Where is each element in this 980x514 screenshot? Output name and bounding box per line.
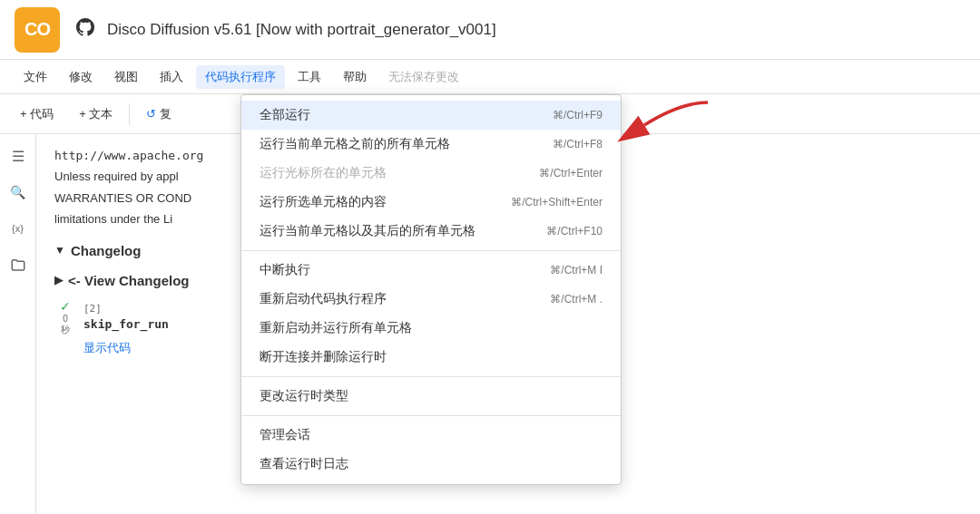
cell-number: [2] skip_for_run 显示代码 xyxy=(83,299,169,356)
dropdown-item[interactable]: 管理会话 xyxy=(241,421,621,450)
cell-time: 0 xyxy=(63,314,68,324)
dropdown-item-shortcut: ⌘/Ctrl+Enter xyxy=(539,167,603,179)
add-text-button[interactable]: + 文本 xyxy=(70,102,122,127)
red-arrow xyxy=(617,98,717,143)
dropdown-item-label: 重新启动代码执行程序 xyxy=(260,291,387,307)
menu-item-help[interactable]: 帮助 xyxy=(334,65,376,89)
dropdown-item-label: 重新启动并运行所有单元格 xyxy=(260,320,412,336)
menu-bar: 文件 修改 视图 插入 代码执行程序 工具 帮助 无法保存更改 xyxy=(0,60,980,94)
dropdown-item[interactable]: 运行当前单元格之前的所有单元格⌘/Ctrl+F8 xyxy=(241,130,621,159)
expand-icon[interactable]: ▶ xyxy=(54,274,63,286)
dropdown-item[interactable]: 中断执行⌘/Ctrl+M I xyxy=(241,256,621,285)
cell-status: ✓ 0 秒 xyxy=(54,299,76,336)
dropdown-item[interactable]: 断开连接并删除运行时 xyxy=(241,343,621,372)
dropdown-item[interactable]: 查看运行时日志 xyxy=(241,450,621,479)
dropdown-item-shortcut: ⌘/Ctrl+Shift+Enter xyxy=(511,196,603,209)
dropdown-item-shortcut: ⌘/Ctrl+F10 xyxy=(546,225,603,238)
dropdown-separator xyxy=(241,250,621,251)
add-code-button[interactable]: + 代码 xyxy=(11,102,63,127)
dropdown-item-label: 中断执行 xyxy=(260,262,310,278)
cell-check-icon: ✓ xyxy=(60,299,71,314)
restore-button[interactable]: ↺ 复 xyxy=(137,102,181,127)
sidebar-search-icon[interactable]: 🔍 xyxy=(4,178,33,207)
github-icon xyxy=(74,16,96,44)
dropdown-item[interactable]: 重新启动并运行所有单元格 xyxy=(241,314,621,343)
collapse-icon[interactable]: ▼ xyxy=(54,244,65,257)
logo-area: CO xyxy=(15,7,60,53)
dropdown-item-label: 管理会话 xyxy=(260,427,310,443)
dropdown-item-label: 全部运行 xyxy=(260,107,310,123)
restore-label: 复 xyxy=(160,106,172,122)
sidebar: ☰ 🔍 {x} xyxy=(0,134,36,514)
dropdown-separator xyxy=(241,415,621,416)
dropdown-separator xyxy=(241,376,621,377)
cell-time-unit: 秒 xyxy=(61,324,70,336)
restore-icon: ↺ xyxy=(146,107,156,121)
dropdown-item-label: 更改运行时类型 xyxy=(260,388,348,404)
menu-item-edit[interactable]: 修改 xyxy=(60,65,102,89)
dropdown-menu: 全部运行⌘/Ctrl+F9运行当前单元格之前的所有单元格⌘/Ctrl+F8运行光… xyxy=(240,94,622,485)
dropdown-item-label: 断开连接并删除运行时 xyxy=(260,349,387,365)
logo-text: CO xyxy=(24,19,50,40)
menu-item-insert[interactable]: 插入 xyxy=(151,65,192,89)
sidebar-folder-icon[interactable] xyxy=(4,250,33,279)
show-code-link[interactable]: 显示代码 xyxy=(83,341,131,354)
dropdown-item: 运行光标所在的单元格⌘/Ctrl+Enter xyxy=(241,159,621,188)
menu-item-tools[interactable]: 工具 xyxy=(289,65,330,89)
top-bar: CO Disco Diffusion v5.61 [Now with portr… xyxy=(0,0,980,60)
dropdown-item-shortcut: ⌘/Ctrl+M . xyxy=(550,293,603,305)
dropdown-item[interactable]: 运行所选单元格的内容⌘/Ctrl+Shift+Enter xyxy=(241,188,621,217)
dropdown-item-label: 运行所选单元格的内容 xyxy=(260,194,387,210)
sidebar-menu-icon[interactable]: ☰ xyxy=(4,141,33,170)
dropdown-item[interactable]: 更改运行时类型 xyxy=(241,382,621,411)
dropdown-item-shortcut: ⌘/Ctrl+F9 xyxy=(553,109,603,121)
menu-item-runtime[interactable]: 代码执行程序 xyxy=(196,65,285,89)
dropdown-item-label: 查看运行时日志 xyxy=(260,456,348,472)
dropdown-item[interactable]: 运行当前单元格以及其后的所有单元格⌘/Ctrl+F10 xyxy=(241,217,621,246)
dropdown-item-label: 运行当前单元格之前的所有单元格 xyxy=(260,136,450,152)
dropdown-item-shortcut: ⌘/Ctrl+M I xyxy=(550,264,603,276)
dropdown-item[interactable]: 全部运行⌘/Ctrl+F9 xyxy=(241,101,621,130)
dropdown-item-label: 运行光标所在的单元格 xyxy=(260,165,387,181)
dropdown-item[interactable]: 重新启动代码执行程序⌘/Ctrl+M . xyxy=(241,285,621,314)
page-title: Disco Diffusion v5.61 [Now with portrait… xyxy=(107,21,965,39)
dropdown-item-shortcut: ⌘/Ctrl+F8 xyxy=(553,138,603,150)
sidebar-variables-icon[interactable]: {x} xyxy=(4,214,33,243)
menu-item-save-disabled: 无法保存更改 xyxy=(379,65,468,89)
menu-item-file[interactable]: 文件 xyxy=(15,65,56,89)
toolbar-divider xyxy=(129,103,130,125)
menu-item-view[interactable]: 视图 xyxy=(105,65,147,89)
dropdown-item-label: 运行当前单元格以及其后的所有单元格 xyxy=(260,223,475,239)
